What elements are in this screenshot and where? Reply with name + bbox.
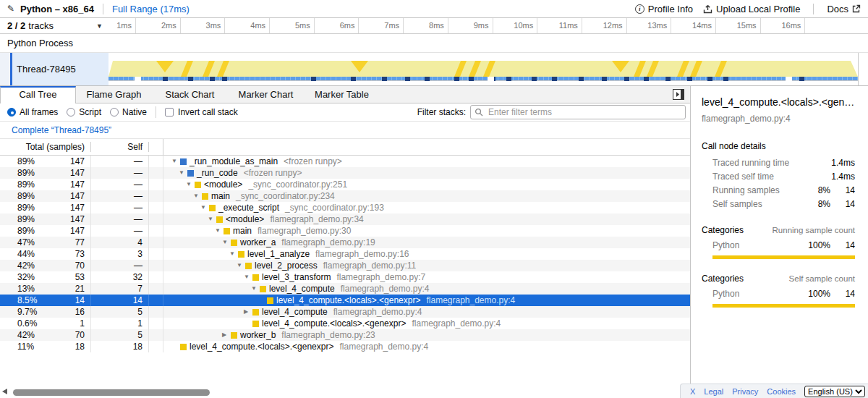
expander-icon[interactable]: ▼ (200, 202, 209, 213)
call-tree-row[interactable]: 44% 73 3 ▼ level_1_analyze flamegraph_de… (0, 248, 690, 260)
call-tree-row[interactable]: 42% 70 5 ▶ worker_b flamegraph_demo.py:2… (0, 329, 690, 341)
call-tree-row[interactable]: 9.7% 16 5 ▶ level_4_compute flamegraph_d… (0, 306, 690, 318)
function-location: flamegraph_demo.py:30 (258, 225, 351, 237)
expander-icon[interactable]: ▼ (171, 156, 180, 167)
expander-icon[interactable]: ▼ (222, 237, 231, 248)
sample-gap (135, 77, 141, 81)
tab-stack-chart[interactable]: Stack Chart (152, 86, 228, 103)
call-tree-row[interactable]: 89% 147 — ▼ _execute_script _sync_coordi… (0, 202, 690, 213)
expander-icon[interactable]: ▼ (186, 179, 195, 190)
tab-strip: Call TreeFlame GraphStack ChartMarker Ch… (0, 86, 380, 103)
full-range-link[interactable]: Full Range (17ms) (112, 4, 190, 14)
expander-icon[interactable]: ▼ (193, 190, 202, 202)
ruler-tick: 7ms (359, 18, 404, 33)
invert-call-stack-checkbox[interactable]: Invert call stack (165, 107, 238, 117)
tab-flame-graph[interactable]: Flame Graph (76, 86, 152, 103)
track-marker-shape (217, 61, 229, 77)
expander-icon[interactable]: ▼ (179, 167, 187, 179)
radio-icon (67, 108, 75, 117)
footer-close-link[interactable]: X (690, 387, 695, 396)
tab-marker-table[interactable]: Marker Table (304, 86, 380, 103)
footer-privacy-link[interactable]: Privacy (732, 387, 758, 396)
detail-value: 1.4ms (830, 158, 855, 168)
function-location: flamegraph_demo.py:4 (341, 283, 430, 295)
category-percent: 100% (801, 289, 830, 299)
row-tree-cell: level_4_compute.<locals>.<genexpr> flame… (163, 295, 690, 306)
call-tree-row[interactable]: 89% 147 — ▼ main _sync_coordinator.py:23… (0, 190, 690, 202)
radio-native[interactable]: Native (110, 107, 147, 117)
row-total-percent: 8.5% (17, 295, 37, 306)
row-self-samples: 32 (91, 271, 149, 283)
category-value: 14 (830, 240, 855, 250)
profiler-app: ✎ Python – x86_64 Full Range (17ms) i Pr… (0, 0, 868, 398)
row-icon-cell (149, 167, 163, 179)
thread-track-row[interactable]: Thread-78495 (0, 53, 868, 86)
tab-marker-chart[interactable]: Marker Chart (228, 86, 304, 103)
docs-link[interactable]: Docs (827, 4, 861, 14)
expander-icon[interactable]: ▼ (237, 260, 245, 271)
breadcrumb-root-link[interactable]: Complete “Thread-78495” (12, 125, 111, 135)
function-name: level_1_analyze (247, 248, 310, 260)
expander-icon[interactable]: ▼ (251, 283, 260, 295)
row-total-samples: 147 (70, 167, 85, 179)
expander-icon[interactable]: ▼ (208, 213, 216, 225)
function-location: flamegraph_demo.py:19 (281, 237, 375, 248)
upload-profile-button[interactable]: Upload Local Profile (703, 4, 800, 14)
scroll-left-arrow-icon[interactable] (2, 389, 7, 394)
call-tree-row[interactable]: 89% 147 — ▼ _run_code <frozen runpy> (0, 167, 690, 179)
call-tree-row[interactable]: 89% 147 — ▼ <module> flamegraph_demo.py:… (0, 213, 690, 225)
row-total-samples: 147 (70, 156, 85, 167)
expander-icon[interactable]: ▶ (244, 306, 252, 318)
language-select[interactable]: English (US) (804, 386, 865, 397)
footer-cookies-link[interactable]: Cookies (767, 387, 796, 396)
process-track-header[interactable]: Python Process (0, 34, 868, 53)
frame-filter-radios: All framesScriptNative (7, 107, 147, 117)
call-tree-row[interactable]: 11% 18 18 level_4_compute.<locals>.<gene… (0, 341, 690, 352)
sidebar-toggle-button[interactable] (673, 89, 684, 102)
thread-track-canvas[interactable] (109, 53, 858, 85)
category-square-icon (238, 251, 244, 258)
horizontal-scrollbar-thumb[interactable] (13, 389, 210, 396)
function-name: level_4_compute.<locals>.<genexpr> (276, 295, 420, 306)
category-bar (712, 255, 855, 259)
filter-stacks-label: Filter stacks: (417, 107, 466, 117)
row-tree-cell: ▼ level_1_analyze flamegraph_demo.py:16 (163, 248, 690, 260)
call-tree-row[interactable]: 89% 147 — ▼ <module> _sync_coordinator.p… (0, 179, 690, 190)
call-tree-row[interactable]: 0.6% 1 1 level_4_compute.<locals>.<genex… (0, 318, 690, 329)
function-name: worker_b (240, 329, 276, 341)
category-square-icon (180, 344, 187, 350)
call-tree-row[interactable]: 89% 147 — ▼ main flamegraph_demo.py:30 (0, 225, 690, 237)
function-location: flamegraph_demo.py:34 (270, 213, 363, 225)
call-tree-row[interactable]: 8.5% 14 14 level_4_compute.<locals>.<gen… (0, 295, 690, 306)
radio-script[interactable]: Script (67, 107, 101, 117)
footer-legal-link[interactable]: Legal (704, 387, 723, 396)
thread-track-label[interactable]: Thread-78495 (12, 53, 109, 85)
call-tree-row[interactable]: 13% 21 7 ▼ level_4_compute flamegraph_de… (0, 283, 690, 295)
expander-icon[interactable]: ▼ (244, 271, 252, 283)
radio-label: All frames (20, 107, 58, 117)
dark-sample (469, 77, 474, 81)
row-icon-cell (149, 156, 163, 167)
tracks-dropdown[interactable]: 2 / 2 tracks ▼ (0, 18, 109, 33)
row-total-samples: 16 (75, 306, 85, 318)
tab-call-tree[interactable]: Call Tree (0, 86, 76, 103)
row-self-samples: 18 (91, 341, 149, 352)
edit-pencil-icon[interactable]: ✎ (7, 4, 14, 14)
dark-sample (163, 77, 168, 81)
row-icon-cell (149, 237, 163, 248)
detail-row: Self samples8%14 (702, 197, 855, 211)
filter-input[interactable] (470, 105, 686, 119)
profile-info-button[interactable]: i Profile Info (635, 4, 693, 14)
row-icon-cell (149, 329, 163, 341)
radio-all-frames[interactable]: All frames (7, 107, 58, 117)
row-self-samples: — (91, 202, 149, 213)
expander-icon[interactable]: ▼ (215, 225, 224, 237)
call-tree-row[interactable]: 89% 147 — ▼ _run_module_as_main <frozen … (0, 156, 690, 167)
col-total-samples: Total (samples) (0, 142, 91, 152)
expander-icon[interactable]: ▼ (229, 248, 238, 260)
call-tree-row[interactable]: 42% 70 — ▼ level_2_process flamegraph_de… (0, 260, 690, 271)
row-total-samples: 147 (70, 213, 85, 225)
call-tree-row[interactable]: 47% 77 4 ▼ worker_a flamegraph_demo.py:1… (0, 237, 690, 248)
call-tree-row[interactable]: 32% 53 32 ▼ level_3_transform flamegraph… (0, 271, 690, 283)
expander-icon[interactable]: ▶ (222, 329, 231, 341)
